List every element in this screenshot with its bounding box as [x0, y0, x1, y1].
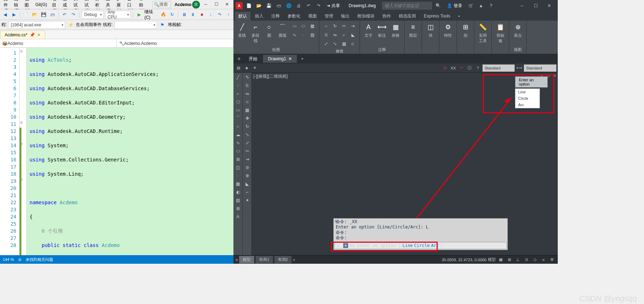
spline-icon[interactable]: ∿	[290, 31, 298, 39]
maximize-icon[interactable]: ☐	[529, 1, 542, 11]
rect-tool-icon[interactable]: ▭	[234, 106, 242, 114]
rtab-extra-icon[interactable]: ▪	[454, 12, 463, 20]
layer-button[interactable]: ≡图层	[407, 22, 419, 38]
rtab-addins[interactable]: 附加模块	[354, 12, 378, 21]
tab-close-icon[interactable]: ✕	[288, 56, 292, 61]
step-into-icon[interactable]: ↓	[207, 11, 215, 19]
rtab-default[interactable]: 默认	[235, 12, 251, 21]
filter-icon[interactable]: ▤	[235, 65, 242, 72]
code-area[interactable]: using AcTools; using Autodesk.AutoCAD.Ap…	[27, 48, 233, 264]
saveall-icon[interactable]: 🗃	[49, 11, 56, 19]
continue-label[interactable]: 继续(C)	[144, 9, 158, 20]
scale-icon[interactable]: ⤡	[331, 40, 339, 48]
menu-icon[interactable]: ≡	[236, 258, 238, 262]
acad-logo-icon[interactable]: A	[236, 2, 243, 9]
offset-tool-icon[interactable]: ⊂	[243, 98, 251, 105]
config-combo[interactable]: Debug	[82, 11, 103, 19]
save-icon[interactable]: 💾	[265, 2, 273, 10]
trim-icon[interactable]: ✂	[340, 22, 348, 30]
save-icon[interactable]: 💾	[40, 11, 47, 19]
snap-icon[interactable]: ⊞	[506, 257, 513, 263]
undo-icon[interactable]: ↶	[61, 11, 68, 19]
layer-state-icon[interactable]: ◈	[243, 65, 250, 72]
move-tool-icon[interactable]: ✥	[243, 114, 251, 122]
add-layout-icon[interactable]: +	[293, 258, 295, 262]
rect-icon[interactable]: ▭	[290, 22, 298, 30]
menu-icon[interactable]: ≡	[235, 56, 243, 61]
model-label[interactable]: 模型	[488, 257, 496, 262]
spline-tool-icon[interactable]: ∿	[234, 139, 242, 146]
nav-project-combo[interactable]: 📦 Acdemo	[0, 39, 117, 47]
copy-icon[interactable]: ⎘	[322, 31, 330, 39]
hatch-icon[interactable]: ▦	[308, 22, 316, 30]
vs-search-input[interactable]: 🔍 搜索	[152, 1, 171, 8]
erase-icon[interactable]: ✎	[243, 73, 251, 81]
array-tool-icon[interactable]: ▦	[243, 106, 251, 114]
rtab-annotate[interactable]: 注释	[268, 12, 283, 21]
table-tool-icon[interactable]: ⊞	[234, 205, 242, 212]
extend-tool-icon[interactable]: ⇥	[243, 155, 251, 163]
drawing-canvas[interactable]: [-][俯视][二维线框] ─ ☐ ✕ Enter an option Line…	[251, 73, 558, 255]
continue-icon[interactable]: ▶	[135, 11, 143, 19]
ortho-icon[interactable]: ⊥	[514, 257, 521, 263]
web-icon[interactable]: 🌐	[285, 2, 293, 10]
redo-icon[interactable]: ↷	[315, 2, 323, 10]
line-button[interactable]: ╱直线	[236, 22, 248, 38]
drawing-tab[interactable]: Drawing1 ✕	[263, 55, 297, 63]
gradient-tool-icon[interactable]: ◐	[234, 188, 242, 196]
stretch-icon[interactable]: ⤢	[322, 40, 330, 48]
step-over-icon[interactable]: ↷	[216, 11, 223, 19]
ellipse-icon[interactable]: ⬭	[299, 22, 307, 30]
share-button[interactable]: ➜ 共享	[325, 3, 342, 9]
step-out-icon[interactable]: ↑	[225, 11, 232, 19]
xx-icon[interactable]: XX	[450, 65, 457, 72]
open-icon[interactable]: 📂	[255, 2, 263, 10]
ellipse-tool-icon[interactable]: ⬭	[234, 147, 242, 155]
pline-button[interactable]: ⌐多段线	[250, 22, 261, 43]
redo-icon[interactable]: ↷	[70, 11, 77, 19]
fillet-tool-icon[interactable]: ⌐	[243, 188, 251, 196]
flag-icon[interactable]: ⚑	[159, 21, 166, 29]
red-n-icon[interactable]: N	[442, 65, 449, 72]
tab-close-icon[interactable]: ✕	[37, 32, 41, 37]
break-tool-icon[interactable]: ⊘	[243, 164, 251, 171]
rtab-express[interactable]: Express Tools	[420, 12, 454, 20]
move-icon[interactable]: ↔	[322, 22, 330, 30]
info-icon[interactable]: ⓘ	[466, 65, 473, 72]
tab-acdemo[interactable]: Acdemo.cs* 📌 ✕	[0, 31, 45, 39]
arc-tool-icon[interactable]: ⌒	[234, 114, 242, 122]
menu-git[interactable]: Git(G)	[33, 1, 49, 8]
start-tab[interactable]: 开始	[244, 55, 262, 63]
rtab-view[interactable]: 视图	[305, 12, 320, 21]
rotate-tool-icon[interactable]: ↻	[243, 123, 251, 130]
process-combo[interactable]: [1964] acad.exe	[8, 21, 65, 29]
polygon-tool-icon[interactable]: ⬠	[234, 98, 242, 105]
mirror-icon[interactable]: ⇋	[331, 31, 339, 39]
array-icon[interactable]: ▦	[340, 40, 348, 48]
insert-tool-icon[interactable]: ⊞	[234, 155, 242, 163]
hatch-tool-icon[interactable]: ▦	[234, 180, 242, 187]
tm-icon[interactable]: ™	[458, 65, 465, 72]
view-controls[interactable]: [-][俯视][二维线框]	[253, 73, 288, 79]
osnap-icon[interactable]: ◇	[531, 257, 539, 263]
point-icon[interactable]: ·	[299, 31, 307, 39]
dim-style-combo[interactable]: Standard	[483, 65, 515, 72]
minimize-icon[interactable]: ─	[201, 1, 211, 8]
stop-icon[interactable]: ■	[198, 11, 206, 19]
platform-combo[interactable]: Any CPU	[105, 11, 131, 19]
cart-icon[interactable]: 🛒	[467, 2, 475, 10]
stretch-tool-icon[interactable]: ⤢	[243, 139, 251, 146]
explode-tool-icon[interactable]: ✦	[243, 196, 251, 204]
help-icon[interactable]: ?	[474, 65, 481, 72]
login-button[interactable]: 👤 登录	[444, 3, 465, 9]
close-icon[interactable]: ✕	[543, 1, 556, 11]
region-icon[interactable]: ▧	[308, 31, 316, 39]
open-icon[interactable]: 📂	[31, 11, 38, 19]
zoom-level[interactable]: 144 %	[3, 257, 14, 262]
text-button[interactable]: A文字	[363, 22, 374, 38]
circle-tool-icon[interactable]: ○	[234, 123, 242, 130]
grid-icon[interactable]: ▦	[497, 257, 504, 263]
circle-button[interactable]: ○圆	[263, 22, 275, 38]
base-button[interactable]: ⊕基点	[512, 22, 524, 38]
offset-icon[interactable]: ⊂	[349, 40, 357, 48]
